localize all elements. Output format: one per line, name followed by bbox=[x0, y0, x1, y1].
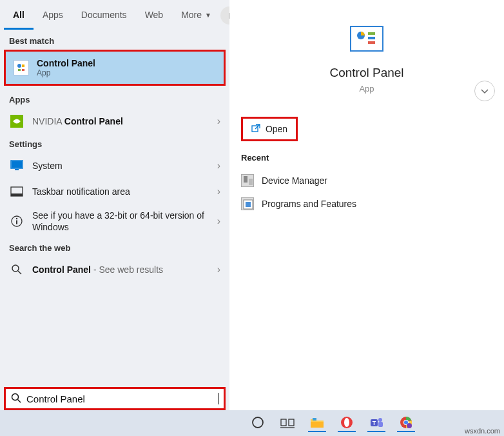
svg-point-40 bbox=[404, 421, 408, 424]
control-panel-icon bbox=[14, 60, 29, 75]
svg-line-14 bbox=[18, 271, 21, 274]
app-result-prefix: NVIDIA bbox=[32, 116, 64, 126]
search-input[interactable] bbox=[26, 393, 218, 404]
filter-tabs: All Apps Documents Web More ▼ I ··· ✕ bbox=[0, 0, 229, 31]
tab-web[interactable]: Web bbox=[136, 1, 173, 30]
device-manager-icon bbox=[241, 174, 254, 187]
search-icon bbox=[9, 262, 24, 277]
settings-result-system[interactable]: System › bbox=[0, 153, 229, 179]
chevron-down-icon: ▼ bbox=[205, 12, 211, 19]
results-panel: All Apps Documents Web More ▼ I ··· ✕ Be… bbox=[0, 0, 229, 410]
tab-documents[interactable]: Documents bbox=[72, 1, 136, 30]
settings-result-label: System bbox=[32, 161, 209, 171]
open-button[interactable]: Open bbox=[241, 117, 298, 141]
svg-rect-31 bbox=[313, 418, 316, 421]
recent-item-programs[interactable]: Programs and Features bbox=[241, 192, 492, 215]
info-icon bbox=[9, 213, 24, 229]
svg-rect-19 bbox=[368, 37, 375, 39]
svg-point-26 bbox=[253, 417, 263, 428]
taskbar: T bbox=[0, 410, 504, 436]
search-box[interactable] bbox=[4, 387, 226, 410]
search-window: All Apps Documents Web More ▼ I ··· ✕ Be… bbox=[0, 0, 504, 410]
svg-rect-6 bbox=[12, 161, 22, 168]
settings-result-taskbar[interactable]: Taskbar notification area › bbox=[0, 179, 229, 204]
svg-rect-22 bbox=[244, 176, 247, 183]
svg-point-36 bbox=[378, 418, 382, 422]
expand-button[interactable] bbox=[474, 81, 495, 101]
best-match-header: Best match bbox=[0, 31, 229, 50]
best-match-subtitle: App bbox=[37, 68, 95, 77]
detail-panel: Control Panel App Open Recent Device Man… bbox=[229, 0, 504, 410]
svg-point-33 bbox=[344, 418, 349, 427]
svg-text:T: T bbox=[373, 420, 376, 426]
app-result-nvidia[interactable]: NVIDIA Control Panel › bbox=[0, 108, 229, 134]
svg-rect-27 bbox=[281, 419, 286, 426]
svg-point-13 bbox=[12, 265, 19, 272]
settings-header: Settings bbox=[0, 134, 229, 153]
svg-rect-23 bbox=[249, 179, 253, 185]
recent-item-label: Programs and Features bbox=[262, 199, 356, 209]
svg-rect-7 bbox=[15, 169, 19, 170]
svg-point-15 bbox=[12, 393, 19, 400]
cortana-icon[interactable] bbox=[249, 414, 267, 432]
svg-rect-12 bbox=[16, 221, 17, 224]
web-result-suffix: - See web results bbox=[91, 264, 163, 275]
svg-rect-3 bbox=[22, 69, 24, 71]
svg-rect-18 bbox=[368, 32, 375, 35]
svg-rect-30 bbox=[311, 422, 324, 428]
search-web-header: Search the web bbox=[0, 238, 229, 257]
file-explorer-icon[interactable] bbox=[308, 414, 326, 432]
chrome-icon[interactable] bbox=[397, 414, 415, 432]
nvidia-icon bbox=[9, 114, 24, 129]
settings-result-bitness[interactable]: See if you have a 32-bit or 64-bit versi… bbox=[0, 204, 229, 238]
best-match-result[interactable]: Control Panel App bbox=[4, 50, 226, 86]
tab-more[interactable]: More ▼ bbox=[172, 1, 220, 30]
teams-icon[interactable]: T bbox=[367, 414, 385, 432]
chevron-right-icon: › bbox=[217, 160, 220, 172]
monitor-icon bbox=[9, 158, 24, 173]
recent-item-label: Device Manager bbox=[262, 175, 327, 186]
chevron-right-icon: › bbox=[217, 264, 220, 275]
svg-rect-25 bbox=[246, 202, 251, 207]
web-result-bold: Control Panel bbox=[32, 264, 91, 275]
tab-apps[interactable]: Apps bbox=[34, 1, 72, 30]
svg-rect-1 bbox=[22, 64, 24, 67]
web-result[interactable]: Control Panel - See web results › bbox=[0, 257, 229, 282]
settings-result-label: Taskbar notification area bbox=[32, 186, 209, 197]
watermark: wsxdn.com bbox=[465, 427, 500, 435]
svg-point-41 bbox=[407, 423, 412, 428]
programs-features-icon bbox=[241, 197, 254, 210]
taskbar-icon bbox=[9, 184, 24, 199]
chevron-right-icon: › bbox=[217, 215, 220, 227]
best-match-title: Control Panel bbox=[37, 58, 95, 68]
recent-item-device-manager[interactable]: Device Manager bbox=[241, 169, 492, 192]
svg-line-16 bbox=[18, 399, 21, 402]
svg-rect-9 bbox=[11, 193, 23, 196]
open-icon bbox=[251, 124, 260, 135]
svg-point-11 bbox=[16, 218, 17, 219]
text-cursor bbox=[218, 393, 218, 404]
tab-all[interactable]: All bbox=[4, 1, 34, 30]
tab-more-label: More bbox=[181, 10, 202, 20]
chevron-right-icon: › bbox=[217, 186, 220, 197]
control-panel-large-icon bbox=[350, 26, 383, 52]
task-view-icon[interactable] bbox=[278, 414, 296, 432]
chevron-right-icon: › bbox=[217, 115, 220, 127]
svg-rect-37 bbox=[378, 422, 383, 427]
apps-header: Apps bbox=[0, 90, 229, 108]
svg-point-0 bbox=[17, 64, 21, 68]
app-result-bold: Control Panel bbox=[64, 116, 123, 126]
svg-rect-21 bbox=[252, 126, 258, 132]
open-label: Open bbox=[266, 124, 287, 134]
recent-header: Recent bbox=[241, 153, 492, 163]
detail-subtitle: App bbox=[359, 84, 374, 94]
svg-rect-28 bbox=[289, 419, 294, 426]
svg-rect-2 bbox=[18, 69, 21, 71]
detail-title: Control Panel bbox=[329, 66, 403, 80]
opera-icon[interactable] bbox=[338, 414, 356, 432]
svg-rect-20 bbox=[368, 41, 375, 44]
settings-result-label: See if you have a 32-bit or 64-bit versi… bbox=[32, 210, 209, 233]
search-icon bbox=[11, 393, 21, 405]
